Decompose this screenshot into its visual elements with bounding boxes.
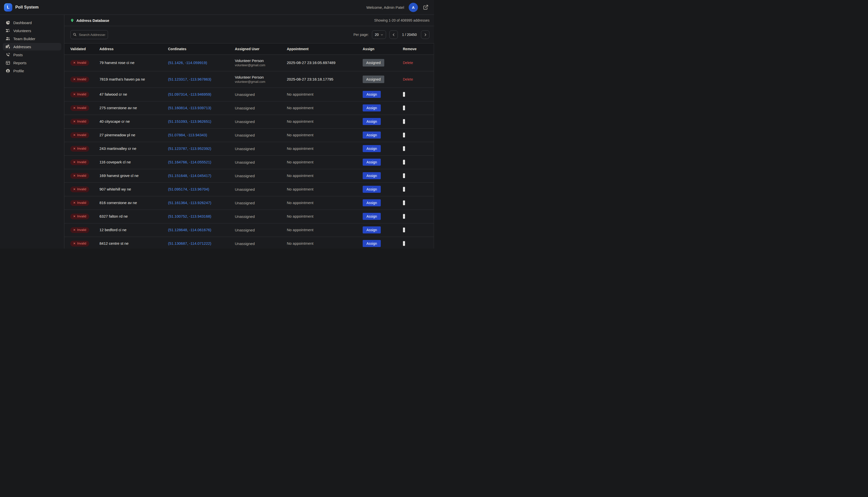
assign-button[interactable]: Assign: [363, 186, 381, 193]
remove-placeholder: -: [403, 227, 405, 232]
delete-button[interactable]: Delete: [403, 77, 413, 81]
assign-button[interactable]: Assign: [363, 145, 381, 152]
x-icon: ✕: [73, 120, 75, 123]
x-icon: ✕: [73, 78, 75, 81]
coordinates-link[interactable]: (51.097314, -113.946959): [168, 92, 211, 96]
per-page-value: 20: [375, 33, 379, 37]
invalid-badge: ✕ Invalid: [70, 91, 89, 97]
pagination: Per page: 20 1 / 20450: [353, 30, 430, 39]
coordinates-link[interactable]: (51.1426, -114.059919): [168, 60, 207, 65]
table-row: ✕ Invalid 7819 martha's haven pa ne (51.…: [64, 71, 434, 88]
assign-button[interactable]: Assign: [363, 159, 381, 166]
sidebar-item-label: Dashboard: [13, 20, 32, 25]
assign-button[interactable]: Assign: [363, 172, 381, 179]
remove-placeholder: -: [403, 119, 405, 124]
map-icon: [5, 44, 10, 49]
x-icon: ✕: [73, 215, 75, 218]
assign-button[interactable]: Assign: [363, 240, 381, 247]
sidebar-item-dashboard[interactable]: Dashboard: [3, 19, 61, 26]
sidebar-item-profile[interactable]: Profile: [3, 67, 61, 74]
coordinates-link[interactable]: (51.128648, -114.061676): [168, 228, 211, 232]
assign-button[interactable]: Assign: [363, 199, 381, 206]
coordinates-link[interactable]: (51.130687, -114.071222): [168, 241, 211, 245]
table-row: ✕ Invalid 243 martinvalley cr ne (51.123…: [64, 142, 434, 155]
appointment-text: 2025-08-27 23:16:05.697489: [287, 60, 336, 65]
coordinates-link[interactable]: (51.07884, -113.94343): [168, 133, 207, 137]
assigned-user-cell: Unassigned: [235, 93, 287, 97]
page-title: Address Database: [76, 18, 109, 23]
per-page-label: Per page:: [353, 33, 369, 37]
assigned-user-cell: Unassigned: [235, 106, 287, 110]
coordinates-link[interactable]: (51.123787, -113.952392): [168, 146, 211, 151]
coordinates-link[interactable]: (51.095174, -113.96704): [168, 187, 209, 191]
appointment-text: No appointment: [287, 228, 313, 232]
user-name: Unassigned: [235, 214, 287, 218]
address-table: Validated Address Cordinates Assigned Us…: [64, 43, 434, 248]
assign-button[interactable]: Assign: [363, 131, 381, 139]
x-icon: ✕: [73, 93, 75, 96]
sidebar-item-label: Reports: [13, 61, 27, 65]
remove-placeholder: -: [403, 241, 405, 246]
appointment-text: No appointment: [287, 241, 313, 245]
address-text: 8412 centre st ne: [99, 241, 129, 245]
coordinates-link[interactable]: (51.123317, -113.967863): [168, 77, 211, 81]
remove-placeholder: -: [403, 132, 405, 138]
appointment-text: No appointment: [287, 187, 313, 191]
phone-signal-icon: [5, 52, 10, 57]
sidebar-item-addresses[interactable]: Addresses: [3, 43, 61, 51]
address-text: 47 falwood cr ne: [99, 92, 127, 96]
coordinates-link[interactable]: (51.151093, -113.962651): [168, 119, 211, 124]
coordinates-link[interactable]: (51.160814, -113.939713): [168, 106, 211, 110]
appointment-text: No appointment: [287, 106, 313, 110]
per-page-select[interactable]: 20: [372, 30, 386, 39]
avatar[interactable]: A: [409, 3, 418, 12]
assign-button[interactable]: Assigned: [363, 75, 384, 83]
assigned-user-cell: Unassigned: [235, 119, 287, 124]
column-header-cordinates: Cordinates: [168, 43, 235, 55]
sidebar-item-reports[interactable]: Reports: [3, 59, 61, 67]
external-link-icon[interactable]: [422, 4, 429, 11]
assign-button[interactable]: Assign: [363, 226, 381, 233]
appointment-text: No appointment: [287, 92, 313, 96]
table-row: ✕ Invalid 6327 falton rd ne (51.100752, …: [64, 210, 434, 223]
coordinates-link[interactable]: (51.100752, -113.943168): [168, 214, 211, 218]
users-icon: [5, 28, 10, 33]
coordinates-link[interactable]: (51.164766, -114.055521): [168, 160, 211, 164]
delete-button[interactable]: Delete: [403, 61, 413, 65]
invalid-badge: ✕ Invalid: [70, 119, 89, 125]
address-text: 79 harvest rose ci ne: [99, 60, 135, 65]
invalid-badge: ✕ Invalid: [70, 105, 89, 111]
invalid-badge: ✕ Invalid: [70, 214, 89, 219]
x-icon: ✕: [73, 242, 75, 245]
sidebar-item-label: Profile: [13, 69, 24, 73]
invalid-badge: ✕ Invalid: [70, 186, 89, 192]
brand: L Poll System: [4, 3, 39, 12]
coordinates-link[interactable]: (51.161364, -113.926247): [168, 201, 211, 205]
user-name: Unassigned: [235, 201, 287, 205]
search-input[interactable]: [70, 30, 108, 39]
address-text: 816 cornerstone av ne: [99, 201, 137, 205]
address-text: 907 whitehill wy ne: [99, 187, 131, 191]
user-circle-icon: [5, 68, 10, 73]
coordinates-link[interactable]: (51.151648, -114.045417): [168, 173, 211, 178]
table-row: ✕ Invalid 40 cityscape cr ne (51.151093,…: [64, 115, 434, 128]
assign-button[interactable]: Assign: [363, 118, 381, 125]
x-icon: ✕: [73, 61, 75, 64]
assign-button[interactable]: Assign: [363, 91, 381, 98]
assign-button[interactable]: Assign: [363, 104, 381, 111]
remove-placeholder: -: [403, 173, 405, 178]
app-title: Poll System: [15, 5, 39, 10]
assign-button[interactable]: Assigned: [363, 59, 384, 67]
user-name: Unassigned: [235, 119, 287, 124]
user-name: Unassigned: [235, 187, 287, 191]
assign-button[interactable]: Assign: [363, 213, 381, 220]
user-name: Volunteer Person: [235, 75, 287, 79]
invalid-badge: ✕ Invalid: [70, 200, 89, 206]
prev-page-button[interactable]: [389, 30, 398, 39]
sidebar-item-posts[interactable]: Posts: [3, 51, 61, 58]
assigned-user-cell: Unassigned: [235, 160, 287, 165]
next-page-button[interactable]: [421, 30, 430, 39]
sidebar-item-volunteers[interactable]: Volunteers: [3, 27, 61, 34]
remove-placeholder: -: [403, 200, 405, 205]
sidebar-item-team-builder[interactable]: Team Builder: [3, 35, 61, 42]
